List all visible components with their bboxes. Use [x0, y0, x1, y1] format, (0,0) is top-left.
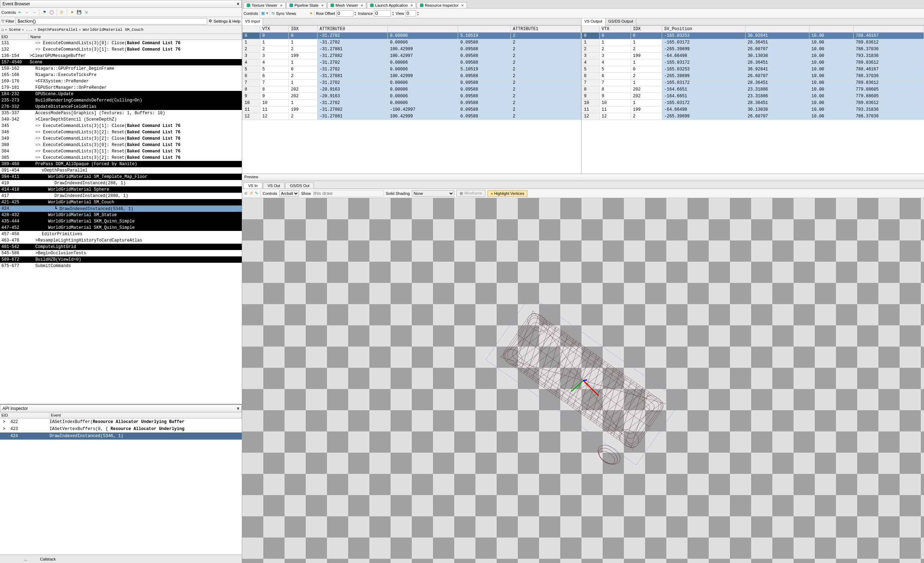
table-row[interactable]: 550-31.27020.000065.105192 [243, 66, 581, 73]
close-icon[interactable]: × [237, 2, 239, 6]
event-row[interactable]: 349=> ExecuteCommandLists(3)[2]: Close(B… [0, 135, 242, 142]
reset-icon[interactable]: ↺ [249, 191, 253, 195]
event-row[interactable]: 136-154>ClearGPUMessageBuffer [0, 53, 242, 59]
event-row[interactable]: 184-232GPUScene.Update [0, 91, 242, 97]
instance-stepper[interactable]: ▲▼ [392, 11, 394, 16]
col-eid[interactable]: EID [0, 34, 29, 40]
circle-icon[interactable]: ◯ [49, 9, 54, 15]
tab-gsds-output[interactable]: GS/DS Output [606, 18, 636, 25]
flag-icon[interactable]: ⚑ [42, 9, 47, 15]
close-icon[interactable]: × [461, 3, 464, 8]
event-row[interactable]: 463-478>ResampleLightingHistoryToCardCap… [0, 237, 242, 244]
table-row[interactable]: 12122-31.27881100.429990.095882 [243, 113, 581, 120]
close-icon[interactable]: × [321, 3, 323, 8]
tab-gsds-out[interactable]: GS/DS Out [285, 183, 314, 189]
event-row[interactable]: 131=> ExecuteCommandLists(3)[0]: Close(B… [0, 40, 242, 47]
event-row[interactable]: 545-586>BeginOcclusionTests [0, 250, 242, 257]
event-row[interactable]: 157-4540Scene [0, 59, 242, 65]
close-icon[interactable]: × [237, 406, 239, 411]
close-icon[interactable]: × [361, 3, 363, 8]
tab-dots[interactable]: ... [21, 556, 30, 562]
event-row[interactable]: 414-418WorldGridMaterial Sphere [0, 186, 242, 193]
event-row[interactable]: 410DrawIndexedInstanced(288, 1) [0, 180, 242, 186]
table-row[interactable]: 33199-31.27882100.429970.095882 [243, 53, 581, 59]
table-row[interactable]: 771-165.0317228.3645110.00789.83612 [582, 80, 924, 86]
sync-icon[interactable]: ⇆ [272, 11, 274, 15]
api-table[interactable]: > 422IASetIndexBuffer(Resource Allocator… [0, 418, 242, 554]
tab-vs-in[interactable]: VS In [243, 183, 262, 189]
tab-pipeline-state[interactable]: Pipeline State× [286, 2, 327, 8]
highlight-vertices-toggle[interactable]: ● Highlight Vertices [488, 190, 527, 197]
event-row[interactable]: 394-411WorldGridMaterial SM_Template_Map… [0, 174, 242, 180]
event-row[interactable]: 132=> ExecuteCommandLists(3)[1]: Reset(B… [0, 47, 242, 53]
event-row[interactable]: 384=> ExecuteCommandLists(3)[1]: Reset(B… [0, 148, 242, 155]
nav-first-icon[interactable]: ⇤ [17, 9, 23, 15]
event-row[interactable]: 169-176>FFXSystem::PreRender [0, 78, 242, 84]
table-row[interactable]: 111-31.27020.000060.095882 [243, 39, 581, 46]
event-row[interactable]: 435-444WorldGridMaterial SKM_Quinn_Simpl… [0, 218, 242, 225]
event-row[interactable]: 421-425WorldGridMaterial SM_Couch [0, 199, 242, 206]
view-stepper[interactable]: ▲▼ [417, 11, 419, 16]
tab-vs-out[interactable]: VS Out [263, 183, 285, 189]
tab-mesh-viewer[interactable]: Mesh Viewer× [327, 2, 366, 8]
event-row[interactable]: 417DrawIndexedInstanced(2880, 1) [0, 193, 242, 199]
event-row[interactable]: 335-337AccessModePass[Graphics] (Texture… [0, 110, 242, 116]
mesh-canvas[interactable] [242, 198, 924, 563]
table-row[interactable]: 771-31.27020.000060.095882 [243, 80, 581, 86]
event-row[interactable]: 346=> ExecuteCommandLists(3)[2]: Reset(B… [0, 129, 242, 135]
gizmo-icon[interactable]: ⊕ [244, 191, 248, 195]
event-row[interactable]: 165-166Niagara::ExecuteTicksPre [0, 72, 242, 78]
event-row[interactable]: 589-672BuildHZB(ViewId=0) [0, 257, 242, 263]
event-row[interactable]: 457-458EditorPrimitives [0, 231, 242, 237]
table-row[interactable]: 99202-164.665123.3188610.00779.88605 [582, 93, 924, 100]
table-row[interactable]: 10101-31.27020.000060.095882 [243, 100, 581, 107]
filter-funnel-icon[interactable]: ▽ [2, 19, 4, 23]
event-row[interactable]: 340-342>ClearDepthStencil (SceneDepthZ) [0, 116, 242, 123]
tab-texture-viewer[interactable]: Texture Viewer× [243, 2, 286, 8]
event-row[interactable]: 481-542ComputeLightGrid [0, 244, 242, 250]
table-row[interactable]: 550-165.0325336.9284110.00788.46167 [582, 66, 924, 73]
view-input[interactable] [405, 10, 416, 17]
table-row[interactable]: 222-31.27881100.429990.095882 [243, 46, 581, 53]
table-row[interactable]: 441-165.0317228.3645110.00789.83612 [582, 59, 924, 66]
event-row[interactable]: 424┗ DrawIndexedInstanced(5346, 1) [0, 206, 242, 212]
open-icon[interactable]: ▦ [261, 11, 265, 15]
event-row[interactable]: 428-432WorldGridMaterial SM_Statue [0, 212, 242, 218]
close-icon[interactable]: × [411, 3, 413, 8]
event-row[interactable]: 345=> ExecuteCommandLists(3)[1]: Close(B… [0, 123, 242, 129]
goto-icon[interactable]: ➤ [310, 11, 313, 15]
row-offset-input[interactable] [336, 10, 354, 17]
instance-input[interactable] [374, 10, 391, 17]
table-row[interactable]: 88202-20.91630.000060.095882 [243, 86, 581, 93]
settings-label[interactable]: Settings & Help [213, 19, 240, 23]
tab-vs-input[interactable]: VS Input [242, 18, 263, 26]
close-icon[interactable]: × [280, 3, 282, 8]
col-event[interactable]: Event [50, 412, 242, 418]
table-row[interactable]: 000-31.27020.000065.105192 [243, 33, 581, 39]
export-icon[interactable]: ⇲ [83, 9, 89, 15]
table-row[interactable]: 88202-164.665123.3188610.00779.88605 [582, 86, 924, 93]
table-row[interactable]: 441-31.27020.000060.095882 [243, 59, 581, 66]
event-row[interactable]: 159-162Niagara::GPUProfiler_BeginFrame [0, 65, 242, 72]
sync-label[interactable]: Sync Views [276, 11, 296, 15]
save-icon[interactable]: 💾 [76, 9, 82, 15]
vs-input-grid[interactable]: VTXIDXATTRIBUTE0ATTRIBUTE1000-31.27020.0… [242, 26, 581, 174]
breadcrumb[interactable]: ⌂ ▸ Scene ▸ ... ▸ DepthPassParallel ▸ Wo… [0, 26, 242, 34]
event-row[interactable]: 389-460PrePass DDM_AllOpaque (Forced by … [0, 161, 242, 167]
vs-output-grid[interactable]: VTXIDXSV_Position000-165.0325336.9284110… [582, 26, 924, 174]
table-row[interactable]: 222-265.3989926.6070710.00786.37036 [582, 46, 924, 53]
table-row[interactable]: 000-165.0325336.9284110.00788.46167 [582, 33, 924, 39]
wireframe-toggle[interactable]: ▦ Wireframe [456, 190, 485, 197]
table-row[interactable]: 662-31.27881100.429990.095882 [243, 73, 581, 80]
table-row[interactable]: 33199-64.6649830.1303810.00793.31836 [582, 53, 924, 59]
event-row[interactable]: 179-181FGPUSortManager::OnPreRender [0, 84, 242, 91]
event-row[interactable]: 276-332UpdateDistanceFieldAtlas [0, 104, 242, 110]
api-row[interactable]: 424DrawIndexedInstanced(5346, 1) [0, 432, 242, 440]
api-row[interactable]: > 422IASetIndexBuffer(Resource Allocator… [0, 418, 242, 425]
filter-input[interactable] [15, 18, 207, 24]
event-row[interactable]: 235-273BuildRenderingCommandsDeferred(Cu… [0, 97, 242, 104]
api-row[interactable]: > 423IASetVertexBuffers(0, { Resource Al… [0, 425, 242, 432]
timer-icon[interactable]: ⏱ [59, 9, 64, 15]
col-eid[interactable]: EID [0, 412, 50, 418]
tab-vs-output[interactable]: VS Output [582, 18, 606, 26]
